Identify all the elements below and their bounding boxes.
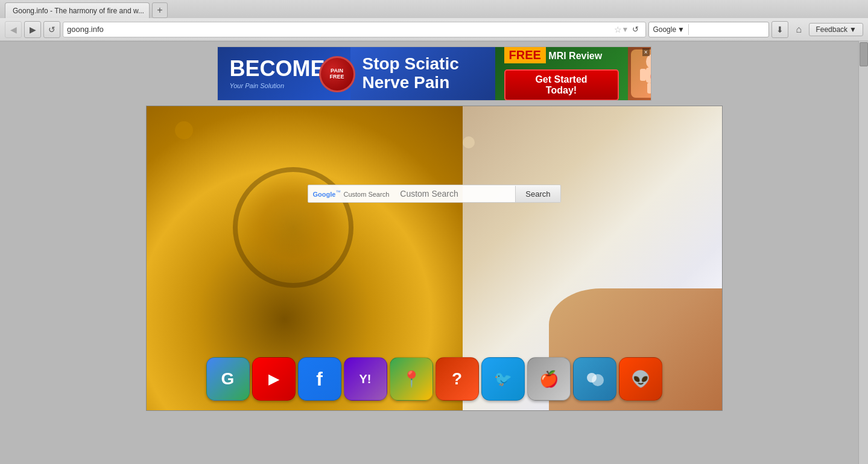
- home-icon: ⌂: [796, 24, 802, 35]
- tab-close-button[interactable]: ×: [149, 7, 150, 14]
- svg-rect-2: [640, 69, 646, 81]
- svg-point-0: [646, 54, 651, 69]
- ad-pain-text: PAIN FREE: [329, 68, 344, 80]
- refresh-button[interactable]: ↺: [43, 21, 60, 38]
- ad-free-badge: FREE: [504, 47, 546, 63]
- feedback-dropdown-icon: ▼: [849, 25, 857, 34]
- browser-search-input[interactable]: [689, 25, 769, 34]
- google-search-label: Google™ Custom Search: [308, 187, 394, 200]
- trademark-symbol: ™: [335, 189, 340, 195]
- website-main: Google™ Custom Search Search G ▶ f: [146, 106, 723, 411]
- hero-image: Google™ Custom Search Search G ▶ f: [146, 106, 723, 411]
- address-text: goong.info: [67, 25, 104, 34]
- ad-banner[interactable]: BECOME Your Pain Solution PAIN FREE Stop…: [217, 46, 651, 101]
- social-icon-reddit[interactable]: 👽: [619, 357, 662, 401]
- scrollbar-thumb[interactable]: [860, 42, 868, 66]
- download-icon: ⬇: [776, 25, 784, 34]
- custom-search-label: Custom Search: [343, 191, 389, 198]
- nav-right-buttons: ⬇ ⌂ Feedback ▼: [771, 21, 863, 38]
- address-dropdown-icon[interactable]: ▼: [622, 25, 629, 34]
- ask-icon-label: ?: [452, 369, 462, 389]
- social-icon-apple[interactable]: 🍎: [527, 357, 571, 401]
- bookmark-star-icon[interactable]: ☆: [614, 25, 622, 34]
- social-icons-bar: G ▶ f Y! 📍 ?: [206, 357, 662, 401]
- forward-icon: ▶: [30, 25, 36, 34]
- address-bar[interactable]: goong.info ☆ ▼ ↺: [63, 22, 646, 37]
- ad-pain-label: PAIN: [331, 68, 343, 74]
- back-button[interactable]: ◀: [5, 21, 22, 38]
- site-search-container: Google™ Custom Search Search: [308, 185, 561, 203]
- social-icon-yahoo[interactable]: Y!: [344, 357, 387, 401]
- navigation-bar: ◀ ▶ ↺ goong.info ☆ ▼ ↺ Google ▼ 🔍: [0, 18, 868, 41]
- browser-tab[interactable]: Goong.info - The harmony of fire and w..…: [5, 2, 150, 18]
- social-icon-facebook[interactable]: f: [298, 357, 341, 401]
- youtube-icon-label: ▶: [268, 370, 279, 387]
- scrollbar[interactable]: [858, 41, 868, 464]
- home-button[interactable]: ⌂: [791, 22, 806, 37]
- tab-title: Goong.info - The harmony of fire and w..…: [13, 7, 144, 15]
- browser-search-area: Google ▼ 🔍: [648, 22, 769, 37]
- ad-middle-section: Stop Sciatic Nerve Pain: [350, 47, 495, 100]
- svg-point-8: [592, 374, 604, 386]
- ad-get-started-button[interactable]: Get Started Today!: [504, 69, 619, 101]
- google-brand-label: Google: [313, 191, 336, 198]
- svg-rect-4: [647, 83, 651, 94]
- apple-icon-label: 🍎: [539, 370, 559, 389]
- ad-get-started-text: Get Started Today!: [535, 74, 587, 95]
- refresh-icon: ↺: [48, 25, 55, 34]
- content-area: BECOME Your Pain Solution PAIN FREE Stop…: [0, 42, 868, 464]
- facebook-icon-label: f: [316, 368, 323, 390]
- yahoo-icon-label: Y!: [360, 372, 372, 386]
- ad-right-section: FREE MRI Review Get Started Today!: [495, 47, 628, 100]
- myspace-icon-svg: [583, 367, 607, 391]
- search-engine-selector[interactable]: Google ▼: [649, 24, 689, 35]
- ad-body-image: [637, 52, 651, 95]
- feedback-button[interactable]: Feedback ▼: [809, 23, 863, 36]
- address-refresh-icon[interactable]: ↺: [629, 23, 642, 36]
- new-tab-button[interactable]: +: [152, 2, 168, 18]
- social-icon-twitter[interactable]: 🐦: [481, 357, 525, 401]
- google-icon-label: G: [221, 369, 235, 389]
- reddit-icon-label: 👽: [631, 370, 650, 389]
- search-engine-dropdown-icon: ▼: [677, 25, 685, 34]
- ad-stop-sciatic-text: Stop Sciatic Nerve Pain: [363, 55, 483, 92]
- social-icon-ask[interactable]: ?: [436, 357, 479, 401]
- twitter-icon-label: 🐦: [494, 370, 512, 387]
- ad-left-section: BECOME Your Pain Solution PAIN FREE: [218, 47, 350, 100]
- feedback-label: Feedback: [816, 25, 847, 34]
- social-icon-google-maps[interactable]: 📍: [390, 357, 433, 401]
- social-icon-myspace[interactable]: [573, 357, 616, 401]
- google-maps-icon-label: 📍: [402, 370, 421, 389]
- site-search-button[interactable]: Search: [515, 186, 560, 202]
- ad-free-label: FREE: [329, 74, 344, 80]
- social-icon-google[interactable]: G: [206, 357, 250, 401]
- ad-pain-free-badge: PAIN FREE: [319, 56, 355, 92]
- browser-chrome: Goong.info - The harmony of fire and w..…: [0, 0, 868, 42]
- search-engine-label: Google: [653, 25, 676, 34]
- site-search-input[interactable]: [394, 185, 515, 202]
- ad-become-text: BECOME: [230, 58, 325, 80]
- tab-bar: Goong.info - The harmony of fire and w..…: [0, 0, 868, 18]
- download-button[interactable]: ⬇: [771, 21, 788, 38]
- social-icon-youtube[interactable]: ▶: [252, 357, 296, 401]
- ad-pain-solution-text: Your Pain Solution: [230, 82, 325, 89]
- back-icon: ◀: [10, 25, 17, 34]
- ad-close-button[interactable]: ×: [642, 48, 650, 56]
- ad-banner-wrapper: BECOME Your Pain Solution PAIN FREE Stop…: [217, 46, 651, 101]
- forward-button[interactable]: ▶: [24, 21, 41, 38]
- ad-mri-text: MRI Review: [548, 51, 602, 61]
